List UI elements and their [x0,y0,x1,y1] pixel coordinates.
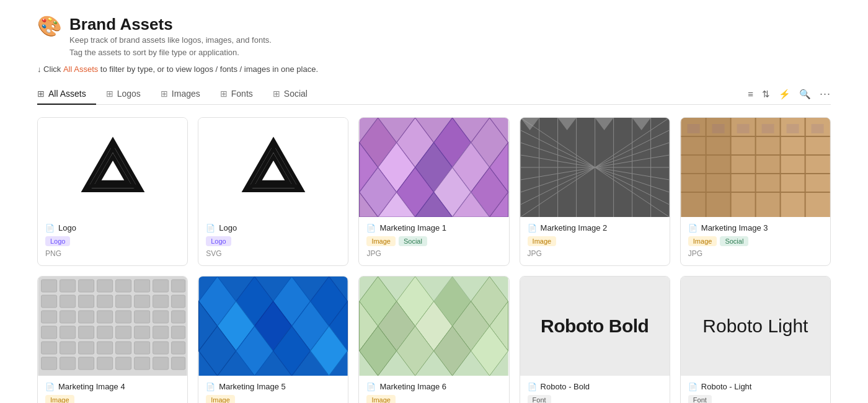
sort-icon[interactable]: ⇅ [762,89,770,100]
svg-rect-78 [116,280,131,292]
card-roboto-light-tags: Font [688,395,823,403]
page-header: 🎨 Brand Assets Keep track of brand asset… [37,15,831,58]
tag-image[interactable]: Image [45,395,74,403]
svg-rect-102 [116,326,131,339]
card-marketing-6-title: 📄 Marketing Image 6 [366,382,501,391]
card-logo-svg-body: 📄 Logo Logo SVG [198,217,348,265]
card-logo-png[interactable]: 📄 Logo Logo PNG [37,117,188,266]
tag-social[interactable]: Social [399,236,427,246]
filter-icon[interactable]: ≡ [748,89,753,99]
card-marketing-6[interactable]: 📄 Marketing Image 6 Image JPG [358,276,509,403]
file-icon: 📄 [45,224,55,232]
card-marketing-5-title: 📄 Marketing Image 5 [206,382,340,391]
svg-rect-114 [42,357,57,370]
svg-rect-108 [79,342,94,354]
search-icon[interactable]: 🔍 [799,89,811,100]
card-marketing-1-title: 📄 Marketing Image 1 [366,223,501,232]
card-marketing-1-body: 📄 Marketing Image 1 Image Social JPG [359,217,508,265]
card-logo-svg-thumb [198,118,348,217]
tag-font[interactable]: Font [688,395,712,403]
svg-rect-118 [116,357,131,370]
svg-rect-105 [172,326,185,339]
tab-fonts-icon: ⊞ [220,89,228,99]
tag-image[interactable]: Image [528,236,557,246]
svg-rect-115 [60,357,76,370]
file-icon: 📄 [528,224,537,232]
svg-rect-84 [79,295,94,308]
card-marketing-4[interactable]: 📄 Marketing Image 4 Image JPG [37,276,188,403]
hint-suffix: to filter by type, or to view logos / fo… [98,64,318,74]
card-marketing-4-thumb [38,277,187,376]
hint-link[interactable]: All Assets [63,64,98,74]
card-marketing-1-tags: Image Social [366,236,501,246]
card-logo-png-title: 📄 Logo [45,223,180,232]
svg-rect-116 [79,357,94,370]
card-roboto-light-body: 📄 Roboto - Light Font TTF [681,376,830,403]
card-marketing-2-body: 📄 Marketing Image 2 Image JPG [520,217,670,265]
tab-all-icon: ⊞ [37,89,45,99]
card-marketing-4-body: 📄 Marketing Image 4 Image JPG [38,376,187,403]
tag-image[interactable]: Image [688,236,717,246]
svg-rect-89 [172,295,185,308]
card-marketing-4-title: 📄 Marketing Image 4 [45,382,180,391]
card-marketing-6-body: 📄 Marketing Image 6 Image JPG [359,376,508,403]
card-roboto-light[interactable]: Roboto Light 📄 Roboto - Light Font TTF [680,276,831,403]
svg-rect-80 [153,280,169,292]
tab-images[interactable]: ⊞ Images [151,84,210,105]
card-roboto-bold-tags: Font [528,395,662,403]
svg-rect-101 [97,326,113,339]
tag-image[interactable]: Image [366,236,396,246]
svg-rect-103 [135,326,150,339]
svg-rect-88 [153,295,169,308]
tab-social-label: Social [284,89,308,99]
card-marketing-1[interactable]: 📄 Marketing Image 1 Image Social JPG [358,117,509,266]
card-roboto-bold[interactable]: Roboto Bold 📄 Roboto - Bold Font TTF [520,276,670,403]
card-logo-png-filetype: PNG [45,249,180,258]
svg-rect-79 [135,280,150,292]
tab-logos[interactable]: ⊞ Logos [96,84,151,105]
card-logo-png-body: 📄 Logo Logo PNG [38,217,187,265]
card-marketing-5[interactable]: 📄 Marketing Image 5 Image JPG [198,276,348,403]
svg-rect-67 [687,124,699,133]
card-marketing-2-tags: Image [528,236,662,246]
tag-image[interactable]: Image [366,395,396,403]
tag-logo[interactable]: Logo [45,236,70,246]
card-marketing-3[interactable]: 📄 Marketing Image 3 Image Social JPG [680,117,831,266]
svg-rect-72 [811,124,823,133]
card-marketing-1-filetype: JPG [366,249,501,258]
tag-font[interactable]: Font [528,395,551,403]
card-roboto-bold-body: 📄 Roboto - Bold Font TTF [520,376,670,403]
card-marketing-2[interactable]: 📄 Marketing Image 2 Image JPG [520,117,670,266]
svg-rect-98 [42,326,57,339]
card-roboto-bold-thumb: Roboto Bold [520,277,670,376]
tag-social[interactable]: Social [720,236,748,246]
description-line2: Tag the assets to sort by file type or a… [69,46,272,59]
card-marketing-1-thumb [359,118,508,217]
file-icon: 📄 [366,224,376,232]
asset-grid: 📄 Logo Logo PNG [37,117,831,403]
file-icon: 📄 [366,383,376,391]
svg-rect-82 [42,295,57,308]
more-icon[interactable]: ··· [820,87,831,100]
card-logo-png-tags: Logo [45,236,180,246]
tab-bar: ⊞ All Assets ⊞ Logos ⊞ Images ⊞ Fonts ⊞ … [37,84,831,105]
palette-icon: 🎨 [37,16,62,36]
tab-social[interactable]: ⊞ Social [263,84,317,105]
card-logo-svg[interactable]: 📄 Logo Logo SVG [198,117,348,266]
svg-rect-86 [116,295,131,308]
svg-rect-85 [97,295,113,308]
tab-all-label: All Assets [48,89,86,99]
svg-rect-76 [79,280,94,292]
svg-rect-87 [135,295,150,308]
description-line1: Keep track of brand assets like logos, i… [69,34,272,46]
page-container: 🎨 Brand Assets Keep track of brand asset… [0,0,868,403]
svg-rect-119 [135,357,150,370]
svg-rect-109 [97,342,113,354]
tab-fonts[interactable]: ⊞ Fonts [210,84,263,105]
tag-logo[interactable]: Logo [206,236,231,246]
flash-icon[interactable]: ⚡ [779,89,790,100]
tab-all-assets[interactable]: ⊞ All Assets [37,84,96,105]
card-marketing-3-thumb [681,118,830,217]
tag-image[interactable]: Image [206,395,235,403]
svg-rect-104 [153,326,169,339]
